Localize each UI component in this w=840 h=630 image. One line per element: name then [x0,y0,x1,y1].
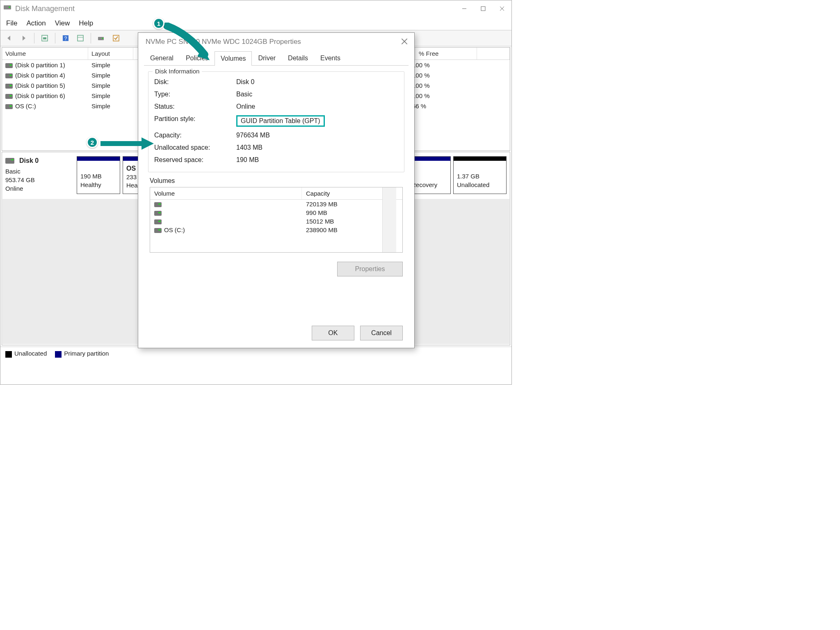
tab-events[interactable]: Events [314,51,347,65]
label-partition-style: Partition style: [154,115,232,127]
partition-header [454,157,506,161]
forward-button[interactable] [18,33,29,43]
volumes-list-row[interactable]: 720139 MB [150,200,402,208]
volumes-list-row[interactable]: 15012 MB [150,217,402,226]
partition-size: B [409,172,447,180]
drive-icon [5,73,13,78]
tab-volumes[interactable]: Volumes [215,51,252,66]
volume-free: 100 % [412,81,474,90]
svg-rect-17 [100,141,142,146]
group-title: Disk Information [153,68,202,75]
menu-file[interactable]: File [6,19,17,27]
vol-name: OS (C:) [164,226,185,233]
volume-name: (Disk 0 partition 4) [15,72,65,79]
value-reserved: 190 MB [236,156,398,164]
volume-name: (Disk 0 partition 1) [15,62,65,68]
drive-icon [154,211,162,216]
volume-free: 100 % [412,71,474,80]
volume-free: 100 % [412,91,474,100]
partition-status: Healthy [80,181,116,189]
legend: Unallocated Primary partition [0,347,511,361]
toolbar-icon-2[interactable] [75,33,86,43]
volume-free: 66 % [412,102,474,110]
partition-size: 190 MB [80,172,116,180]
app-icon [4,5,12,13]
window-title: Disk Management [15,5,75,13]
partition-box[interactable]: 1.37 GB Unallocated [453,156,507,194]
partition-box[interactable]: 190 MB Healthy [77,156,120,194]
legend-swatch-navy [55,351,62,358]
tab-driver[interactable]: Driver [252,51,282,65]
menu-view[interactable]: View [55,19,70,27]
back-button[interactable] [4,33,14,43]
volume-free: 100 % [412,61,474,69]
properties-dialog: NVMe PC SN730 NVMe WDC 1024GB Properties… [138,32,415,348]
list-scrollbar[interactable] [382,187,396,252]
label-disk: Disk: [154,78,232,86]
volumes-section-label: Volumes [150,177,409,185]
cancel-button[interactable]: Cancel [360,326,403,340]
volume-layout: Simple [91,91,137,100]
svg-rect-3 [481,7,485,11]
drive-icon [154,219,162,224]
volumes-list-row[interactable]: OS (C:)238900 MB [150,226,402,234]
volume-name: OS (C:) [15,103,36,110]
window-controls [455,1,511,16]
annotation-badge-2: 2 [87,137,98,148]
value-capacity: 976634 MB [236,132,398,139]
minimize-button[interactable] [455,1,474,16]
drive-icon [154,228,162,233]
disk-status: Online [5,184,74,193]
label-status: Status: [154,103,232,110]
tab-details[interactable]: Details [282,51,314,65]
annotation-arrow-1 [164,23,213,65]
col-layout[interactable]: Layout [88,48,133,59]
svg-rect-10 [78,35,83,41]
value-status: Online [236,103,398,110]
label-capacity: Capacity: [154,132,232,139]
volumes-list[interactable]: Volume Capacity 720139 MB 990 MB 15012 M… [150,187,403,253]
col-volume[interactable]: Volume [150,187,302,199]
disk-info[interactable]: Disk 0 Basic 953.74 GB Online [5,156,74,194]
maximize-button[interactable] [474,1,493,16]
partition-title: OS [126,165,136,172]
menu-action[interactable]: Action [26,19,46,27]
toolbar-icon-1[interactable] [39,33,50,43]
disk-information-group: Disk Information Disk:Disk 0 Type:Basic … [148,71,404,172]
legend-unallocated: Unallocated [14,350,47,357]
label-type: Type: [154,91,232,98]
disk-type: Basic [5,167,74,176]
partition-size: 1.37 GB [457,172,503,180]
ok-button[interactable]: OK [312,326,354,340]
value-partition-style: GUID Partition Table (GPT) [236,115,325,127]
dialog-close-button[interactable] [401,38,409,46]
toolbar-icon-3[interactable] [96,33,107,43]
drive-icon [5,63,13,68]
annotation-arrow-2 [100,137,154,151]
value-disk: Disk 0 [236,78,398,86]
annotation-badge-1: 1 [153,18,164,29]
value-type: Basic [236,91,398,98]
value-unallocated: 1403 MB [236,144,398,151]
menu-help[interactable]: Help [79,19,93,27]
volume-name: (Disk 0 partition 6) [15,92,65,99]
col-tail [477,48,510,59]
drive-icon [154,202,162,207]
menu-bar: File Action View Help [0,17,511,30]
partition-status: (Recovery [409,181,447,189]
close-button[interactable] [493,1,511,16]
volumes-list-row[interactable]: 990 MB [150,208,402,217]
col-free[interactable]: % Free [415,48,477,59]
col-capacity[interactable]: Capacity [302,187,334,199]
drive-icon [5,94,13,99]
volume-layout: Simple [91,81,137,90]
col-volume[interactable]: Volume [2,48,88,59]
help-icon[interactable]: ? [60,33,71,43]
disk-size: 953.74 GB [5,176,74,184]
toolbar-icon-4[interactable] [111,33,121,43]
volume-name: (Disk 0 partition 5) [15,82,65,89]
drive-icon [5,104,13,109]
legend-swatch-black [5,351,12,358]
properties-button: Properties [337,262,403,276]
label-unallocated: Unallocated space: [154,144,232,151]
